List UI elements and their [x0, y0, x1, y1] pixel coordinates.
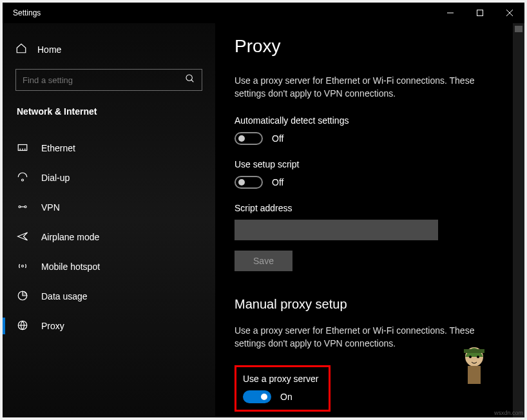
window-title: Settings — [3, 8, 41, 17]
ethernet-icon — [17, 142, 28, 155]
toggle-knob — [238, 179, 245, 186]
sidebar-item-airplane[interactable]: Airplane mode — [3, 222, 215, 252]
sidebar-item-dialup[interactable]: Dial-up — [3, 163, 215, 193]
script-address-label: Script address — [235, 203, 505, 213]
watermark: wsxdn.com — [494, 410, 523, 416]
svg-rect-22 — [468, 366, 481, 384]
intro-text: Use a proxy server for Ethernet or Wi-Fi… — [235, 75, 505, 100]
auto-detect-label: Automatically detect settings — [235, 115, 505, 126]
sidebar-item-datausage[interactable]: Data usage — [3, 282, 215, 311]
datausage-icon — [17, 290, 28, 303]
vpn-icon — [17, 201, 28, 215]
sidebar-item-label: Ethernet — [41, 143, 75, 153]
sidebar: Home Network & Internet Ethernet Dial-up… — [3, 23, 215, 417]
save-button[interactable]: Save — [235, 251, 292, 271]
toggle-knob — [261, 394, 267, 400]
home-label: Home — [37, 44, 61, 55]
svg-point-11 — [19, 205, 21, 207]
svg-rect-1 — [477, 10, 483, 16]
sidebar-item-label: Proxy — [41, 321, 64, 331]
home-link[interactable]: Home — [3, 43, 215, 69]
sidebar-item-ethernet[interactable]: Ethernet — [3, 133, 215, 163]
airplane-icon — [17, 231, 28, 244]
search-input[interactable] — [23, 75, 185, 85]
dialup-icon — [17, 171, 28, 185]
proxy-icon — [17, 320, 28, 333]
use-script-row: Off — [235, 176, 505, 189]
sidebar-item-proxy[interactable]: Proxy — [3, 311, 215, 341]
svg-line-5 — [191, 80, 193, 82]
page-title: Proxy — [235, 36, 505, 57]
hotspot-icon — [17, 260, 28, 274]
manual-heading: Manual proxy setup — [235, 297, 505, 312]
auto-detect-row: Off — [235, 132, 505, 145]
home-icon — [15, 43, 27, 56]
auto-detect-toggle[interactable] — [235, 132, 263, 145]
vertical-scrollbar[interactable] — [513, 23, 524, 417]
use-script-label: Use setup script — [235, 159, 505, 169]
sidebar-item-hotspot[interactable]: Mobile hotspot — [3, 252, 215, 282]
svg-point-21 — [477, 356, 479, 358]
main-panel: Proxy Use a proxy server for Ethernet or… — [215, 23, 524, 417]
search-icon — [185, 73, 195, 86]
use-proxy-toggle[interactable] — [243, 390, 271, 403]
body: Home Network & Internet Ethernet Dial-up… — [3, 23, 524, 417]
use-proxy-row: On — [243, 390, 318, 403]
sidebar-item-vpn[interactable]: VPN — [3, 193, 215, 222]
maximize-button[interactable] — [465, 3, 495, 23]
svg-point-20 — [469, 356, 472, 358]
toggle-knob — [238, 135, 245, 142]
svg-point-10 — [22, 179, 24, 181]
avatar-sticker — [459, 343, 490, 387]
auto-detect-state: Off — [272, 133, 283, 144]
minimize-button[interactable] — [436, 3, 465, 23]
titlebar: Settings — [3, 3, 524, 23]
sidebar-item-label: Airplane mode — [41, 232, 99, 242]
svg-rect-19 — [464, 349, 484, 353]
use-proxy-state: On — [280, 392, 292, 402]
sidebar-item-label: Dial-up — [41, 173, 70, 183]
highlighted-region: Use a proxy server On — [235, 365, 331, 412]
close-button[interactable] — [495, 3, 524, 23]
svg-point-12 — [24, 205, 26, 207]
search-box[interactable] — [15, 69, 202, 91]
use-script-state: Off — [272, 177, 283, 187]
svg-point-14 — [22, 265, 24, 267]
sidebar-item-label: Mobile hotspot — [41, 262, 100, 272]
settings-window: Settings Home Network & Internet Etherne… — [3, 3, 524, 417]
sidebar-item-label: Data usage — [41, 291, 88, 301]
window-controls — [436, 3, 524, 23]
script-address-input[interactable] — [235, 220, 438, 240]
use-proxy-label: Use a proxy server — [243, 374, 318, 384]
category-title: Network & Internet — [3, 106, 215, 133]
sidebar-item-label: VPN — [41, 202, 60, 213]
svg-point-4 — [186, 75, 192, 81]
use-script-toggle[interactable] — [235, 176, 263, 189]
